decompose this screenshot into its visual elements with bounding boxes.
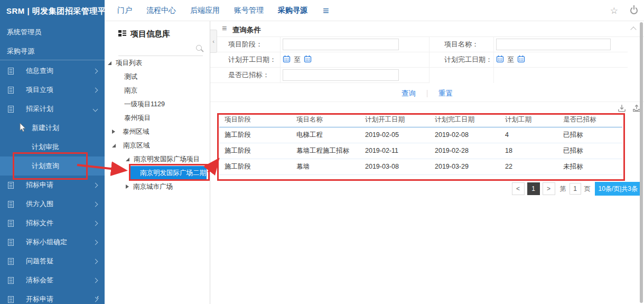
date-range-to-label: 至 — [294, 55, 301, 65]
sidebar-item-label: 招标申请 — [26, 180, 94, 190]
section-lines-icon: ≡ — [222, 24, 227, 33]
sidebar-subitem-plan-query[interactable]: 计划查询 — [0, 156, 105, 176]
main-content: ≡ 查询条件 项目阶段： 项目名称： 计划开工日期： 至 计划完工日期： 至 — [210, 21, 644, 304]
query-actions: 查询 重置 — [210, 86, 644, 102]
sidebar-item-bid-opening-application[interactable]: 开标申请 — [0, 290, 105, 304]
table-row[interactable]: 施工阶段 幕墙工程施工招标 2019-02-11 2019-02-28 18 已… — [219, 143, 622, 159]
download-icon[interactable] — [617, 104, 627, 113]
current-page-button[interactable]: 1 — [527, 182, 540, 195]
sidebar-item-label: 评标小组确定 — [26, 237, 94, 247]
chevron-right-icon — [93, 239, 98, 245]
tree-expanded-icon[interactable] — [126, 158, 129, 161]
tree-node-taizhou-region[interactable]: 泰州区域 — [105, 125, 210, 139]
form-icon — [7, 67, 15, 75]
tree-node-label-selected[interactable]: 南京明发国际广场二期 — [130, 166, 207, 180]
current-user-label: 系统管理员 — [7, 27, 41, 37]
date-range-to-label: 至 — [507, 55, 514, 65]
calendar-icon[interactable] — [304, 55, 312, 65]
favorite-star-icon[interactable]: ☆ — [610, 5, 618, 16]
reset-button[interactable]: 重置 — [438, 89, 453, 98]
tree-node-label: 泰州区域 — [123, 127, 149, 136]
sidebar-collapse-icon[interactable]: ‹ — [97, 293, 99, 301]
tree-panel-collapse-tab[interactable]: ‹ — [210, 30, 217, 53]
sidebar-item-info-query[interactable]: 信息查询 — [0, 61, 105, 80]
page-jump-input[interactable] — [570, 183, 581, 195]
col-header-end[interactable]: 计划完工日期 — [430, 113, 500, 127]
tree-node-nanjing-region[interactable]: 南京区域 — [105, 139, 210, 152]
col-header-stage[interactable]: 项目阶段 — [219, 113, 291, 127]
vertical-scrollbar[interactable] — [640, 22, 643, 303]
nav-item-process-center[interactable]: 流程中心 — [146, 6, 176, 15]
project-name-input[interactable] — [496, 39, 611, 50]
form-icon — [7, 257, 15, 265]
sidebar-item-bid-application[interactable]: 招标申请 — [0, 176, 105, 195]
col-header-start[interactable]: 计划开工日期 — [360, 113, 430, 127]
tree-collapsed-icon[interactable] — [112, 130, 115, 134]
tree-collapsed-icon[interactable] — [126, 185, 129, 189]
chevron-down-icon — [93, 106, 98, 112]
tree-node-test[interactable]: 测试 — [105, 70, 210, 84]
page-jump-suffix: 页 — [584, 185, 591, 194]
project-stage-input[interactable] — [283, 39, 399, 50]
tree-node-nanjing-city-plaza[interactable]: 南京城市广场 — [105, 180, 210, 194]
form-icon — [7, 181, 15, 189]
tree-node-taizhou-project[interactable]: 泰州项目 — [105, 111, 210, 125]
sidebar-item-bidding-plan[interactable]: 招采计划 — [0, 99, 105, 118]
col-header-name[interactable]: 项目名称 — [291, 113, 360, 127]
sidebar-item-label: 新建计划 — [32, 123, 97, 133]
col-header-duration[interactable]: 计划工期 — [500, 113, 558, 127]
logout-power-icon[interactable] — [630, 7, 638, 14]
cell-status-tendered[interactable]: 已招标 — [558, 127, 622, 143]
chevron-right-icon — [93, 87, 98, 93]
calendar-icon[interactable] — [517, 55, 525, 65]
cell-stage: 施工阶段 — [219, 143, 291, 159]
table-row[interactable]: 施工阶段 电梯工程 2019-02-05 2019-02-08 4 已招标 — [219, 127, 622, 143]
sidebar-item-label: 招采计划 — [26, 104, 94, 114]
search-button[interactable]: 查询 — [402, 89, 416, 98]
sidebar-item-bid-clarification-signoff[interactable]: 清标会签 — [0, 271, 105, 290]
sidebar-item-label: 计划查询 — [32, 161, 97, 171]
module-label: 采购寻源 — [7, 47, 34, 56]
collapse-up-icon[interactable] — [630, 26, 636, 32]
sidebar-subitem-plan-approval[interactable]: 计划审批 — [0, 137, 105, 156]
tree-node-nanjing[interactable]: 南京 — [105, 84, 210, 97]
table-row[interactable]: 施工阶段 幕墙 2019-03-08 2019-03-29 22 未招标 — [219, 159, 622, 174]
plan-end-date-label: 计划完工日期： — [429, 52, 494, 68]
calendar-icon[interactable] — [283, 55, 291, 65]
cell-status-not-tendered[interactable]: 未招标 — [558, 159, 622, 174]
calendar-icon[interactable] — [496, 55, 504, 65]
nav-item-account-management[interactable]: 账号管理 — [234, 6, 264, 15]
tree-node-mingfa-intl-plaza-phase2[interactable]: 南京明发国际广场二期 — [105, 166, 210, 180]
top-nav: 门户 流程中心 后端应用 账号管理 采购寻源 ≡ ☆ — [105, 0, 644, 21]
sidebar-subitem-new-plan[interactable]: 新建计划 — [0, 118, 105, 137]
search-icon[interactable] — [196, 45, 202, 51]
sidebar: SRM | 明发集团招采管理平台 系统管理员 采购寻源 信息查询 项目立项 招采… — [0, 0, 105, 304]
col-header-tendered[interactable]: 是否已招标 — [558, 113, 622, 127]
cell-status-tendered[interactable]: 已招标 — [558, 143, 622, 159]
form-icon — [7, 296, 15, 303]
project-tree-panel: 项目信息库 项目列表 测试 南京 一级项目1129 泰州项目 — [105, 21, 210, 304]
cell-duration: 18 — [500, 143, 558, 159]
tendered-input[interactable] — [283, 69, 399, 81]
tree-node-level1-project-1129[interactable]: 一级项目1129 — [105, 97, 210, 111]
nav-item-portal[interactable]: 门户 — [117, 6, 132, 15]
sidebar-item-question-answer[interactable]: 问题答疑 — [0, 252, 105, 271]
sidebar-item-supplier-shortlist[interactable]: 供方入围 — [0, 195, 105, 214]
sidebar-item-project-initiation[interactable]: 项目立项 — [0, 80, 105, 99]
sidebar-item-evaluation-team[interactable]: 评标小组确定 — [0, 233, 105, 252]
nav-item-backend-apps[interactable]: 后端应用 — [190, 6, 220, 15]
prev-page-button[interactable]: < — [512, 182, 525, 195]
tree-expanded-icon[interactable] — [108, 61, 111, 65]
page-size-summary-badge[interactable]: 10条/页|共3条 — [595, 182, 641, 196]
tree-node-mingfa-intl-plaza-project[interactable]: 南京明发国际广场项目 — [105, 152, 210, 166]
cell-start: 2019-02-11 — [360, 143, 430, 159]
nav-item-procurement-sourcing[interactable]: 采购寻源 — [278, 6, 307, 15]
chevron-right-icon — [93, 68, 98, 73]
next-page-button[interactable]: > — [543, 182, 555, 195]
tree-node-project-list[interactable]: 项目列表 — [105, 56, 210, 70]
tree-expanded-icon[interactable] — [112, 144, 116, 148]
sidebar-item-bid-documents[interactable]: 招标文件 — [0, 214, 105, 233]
pagination: < 1 > 第 页 10条/页|共3条 — [210, 182, 641, 196]
tree-search-input[interactable] — [118, 42, 203, 55]
hamburger-menu-icon[interactable]: ≡ — [323, 5, 329, 16]
